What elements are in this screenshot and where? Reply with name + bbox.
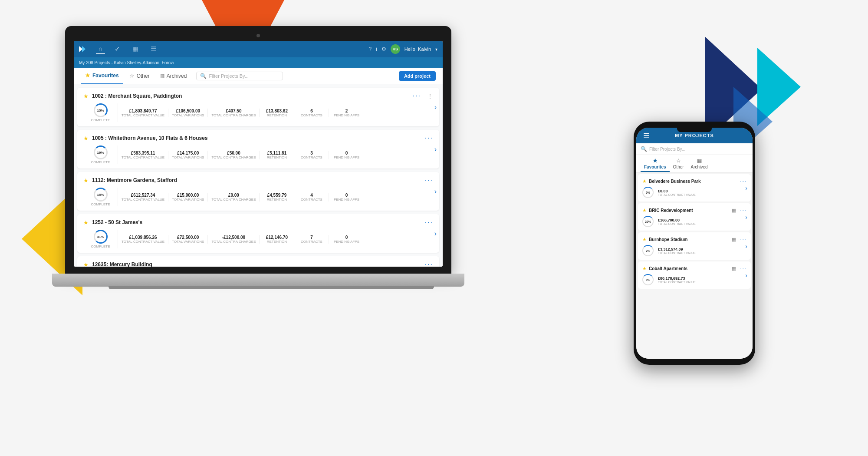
search-icon: 🔍: [200, 73, 207, 79]
nav-doc-icon[interactable]: ☰: [148, 44, 159, 54]
phone-project-card: ★ Belvedere Business Park ··· 0% £0.00 T…: [638, 174, 751, 202]
phone-project-chevron-icon[interactable]: ›: [745, 272, 747, 279]
nav-chart-icon[interactable]: ▦: [130, 44, 141, 54]
project-card: ★ 12635: Mercury Building ··· 27% COMPLE…: [77, 256, 439, 267]
metric-variations: £72,500.00 TOTAL VARIATIONS: [168, 235, 208, 244]
phone-project-chevron-icon[interactable]: ›: [745, 214, 747, 221]
phone-tcv-value: £80,178,692.73: [658, 276, 696, 281]
project-star-icon: ★: [83, 93, 89, 99]
project-chevron-icon[interactable]: ›: [434, 188, 437, 195]
contracts-label: CONTRACTS: [301, 155, 322, 159]
variations-value: £72,500.00: [177, 235, 199, 240]
metric-contracts: 3 CONTRACTS: [294, 151, 329, 159]
metric-variations: £106,500.00 TOTAL VARIATIONS: [168, 109, 208, 117]
laptop: ⌂ ✓ ▦ ☰ ? i ⚙ KS Hello, Kalvin ▾ My 20: [65, 26, 464, 313]
tab-archived[interactable]: ▦ Archived: [156, 68, 191, 84]
project-metrics: 15% COMPLETE £1,803,849.77 TOTAL CONTRAC…: [83, 103, 433, 122]
complete-value: 19%: [97, 151, 104, 155]
pending-afps-value: 2: [345, 109, 348, 113]
phone-tcv-label: TOTAL CONTRACT VALUE: [658, 193, 696, 196]
project-card: ★ 1252 - 50 St James's ··· 31% COMPLETE: [77, 214, 439, 253]
nav-home-icon[interactable]: ⌂: [96, 44, 105, 54]
phone-tab-archived[interactable]: ▦ Archived: [687, 155, 711, 172]
project-menu-button[interactable]: ···: [425, 261, 433, 267]
nav-settings-icon[interactable]: ⚙: [381, 46, 386, 52]
phone-project-name: Belvedere Business Park: [649, 179, 738, 184]
contra-value: -£12,500.00: [222, 235, 245, 240]
nav-info-icon[interactable]: i: [376, 46, 377, 52]
complete-value: 15%: [97, 109, 104, 112]
logo-chevron2: [82, 46, 85, 52]
phone-complete-value: 9%: [646, 278, 650, 281]
phone-tcv-label: TOTAL CONTRACT VALUE: [658, 251, 696, 254]
phone-project-metrics: 20% £166,700.00 TOTAL CONTRACT VALUE: [642, 216, 746, 227]
phone-search-placeholder[interactable]: Filter Projects By...: [649, 147, 685, 152]
metric-tcv: £1,803,849.77 TOTAL CONTRACT VALUE: [118, 109, 168, 117]
tab-favourites[interactable]: ★ Favourites: [81, 68, 123, 84]
project-title-row: ★ 12635: Mercury Building ···: [83, 261, 433, 267]
project-star-icon: ★: [83, 219, 89, 226]
phone-project-menu-button[interactable]: ···: [740, 265, 746, 272]
phone-complete-circle: 20%: [642, 216, 654, 227]
phone-tcv-group: £3,312,574.09 TOTAL CONTRACT VALUE: [658, 247, 696, 254]
contracts-value: 7: [310, 235, 313, 240]
metric-variations: £15,000.00 TOTAL VARIATIONS: [168, 193, 208, 202]
tcv-value: £1,803,849.77: [129, 109, 157, 113]
phone-tcv-label: TOTAL CONTRACT VALUE: [658, 281, 696, 284]
tab-other[interactable]: ☆ Other: [125, 68, 154, 84]
pending-afps-value: 0: [345, 193, 348, 198]
project-menu-button[interactable]: ···: [425, 134, 433, 142]
laptop-screen: ⌂ ✓ ▦ ☰ ? i ⚙ KS Hello, Kalvin ▾ My 20: [74, 41, 443, 267]
metric-retention: £5,111.81 RETENTION: [260, 151, 294, 159]
project-chevron-icon[interactable]: ›: [434, 103, 437, 111]
metric-retention: £12,146.70 RETENTION: [260, 235, 294, 244]
dropdown-chevron-icon[interactable]: ▾: [435, 47, 437, 52]
phone-search-icon: 🔍: [641, 146, 647, 152]
phone-archive-icon: ▦: [697, 158, 702, 164]
complete-label: COMPLETE: [91, 202, 110, 206]
phone-project-chevron-icon[interactable]: ›: [745, 185, 747, 192]
project-menu-button[interactable]: ···: [413, 92, 421, 100]
phone-menu-icon[interactable]: ☰: [643, 132, 649, 140]
tcv-label: TOTAL CONTRACT VALUE: [122, 240, 164, 244]
phone-tab-other[interactable]: ☆ Other: [670, 155, 687, 172]
variations-value: £14,175.00: [177, 151, 199, 155]
pending-afps-label: PENDING AFPS: [334, 155, 359, 159]
contracts-label: CONTRACTS: [301, 113, 322, 117]
contracts-label: CONTRACTS: [301, 240, 322, 244]
project-star-icon: ★: [83, 135, 89, 142]
project-chevron-icon[interactable]: ›: [434, 145, 437, 153]
other-star-icon: ☆: [129, 73, 135, 79]
retention-value: £5,111.81: [267, 151, 287, 155]
phone-project-star-icon: ★: [642, 208, 647, 213]
phone-project-menu-button[interactable]: ···: [740, 178, 746, 185]
tcv-value: £1,039,856.26: [129, 235, 157, 240]
metric-contra: £0.00 TOTAL CONTRA CHARGES: [208, 193, 260, 202]
add-project-button[interactable]: Add project: [399, 71, 436, 81]
phone-project-menu-button[interactable]: ···: [740, 236, 746, 243]
breadcrumb-bar: My 208 Projects - Kalvin Shelley-Atkinso…: [74, 57, 443, 68]
nav-check-icon[interactable]: ✓: [112, 44, 123, 54]
search-placeholder[interactable]: Filter Projects By...: [209, 73, 248, 79]
metric-contracts: 4 CONTRACTS: [294, 193, 329, 202]
pending-afps-value: 0: [345, 151, 348, 155]
metric-tcv: £583,395.11 TOTAL CONTRACT VALUE: [118, 151, 168, 159]
retention-label: RETENTION: [267, 155, 287, 159]
project-menu-button[interactable]: ···: [425, 218, 433, 226]
complete-circle: 15%: [94, 188, 108, 202]
project-chevron-icon[interactable]: ›: [434, 230, 437, 238]
variations-value: £15,000.00: [177, 193, 199, 198]
nav-help-icon[interactable]: ?: [369, 46, 372, 52]
retention-value: £4,559.79: [267, 193, 287, 198]
avatar: KS: [391, 44, 400, 54]
project-menu-button[interactable]: ···: [425, 176, 433, 184]
phone-project-menu-button[interactable]: ···: [740, 207, 746, 214]
retention-label: RETENTION: [267, 113, 287, 117]
project-card: ★ 1005 : Whitethorn Avenue, 10 Flats & 6…: [77, 130, 439, 169]
project-delete-button[interactable]: ⋮: [427, 93, 433, 99]
metric-pending-afps: 0 PENDING AFPS: [329, 235, 364, 244]
phone-project-name: BRIC Redevelopment: [649, 208, 730, 213]
phone-tab-favourites[interactable]: ★ Favourites: [641, 155, 670, 172]
metric-pending-afps: 0 PENDING AFPS: [329, 151, 364, 159]
phone-project-chevron-icon[interactable]: ›: [745, 243, 747, 250]
